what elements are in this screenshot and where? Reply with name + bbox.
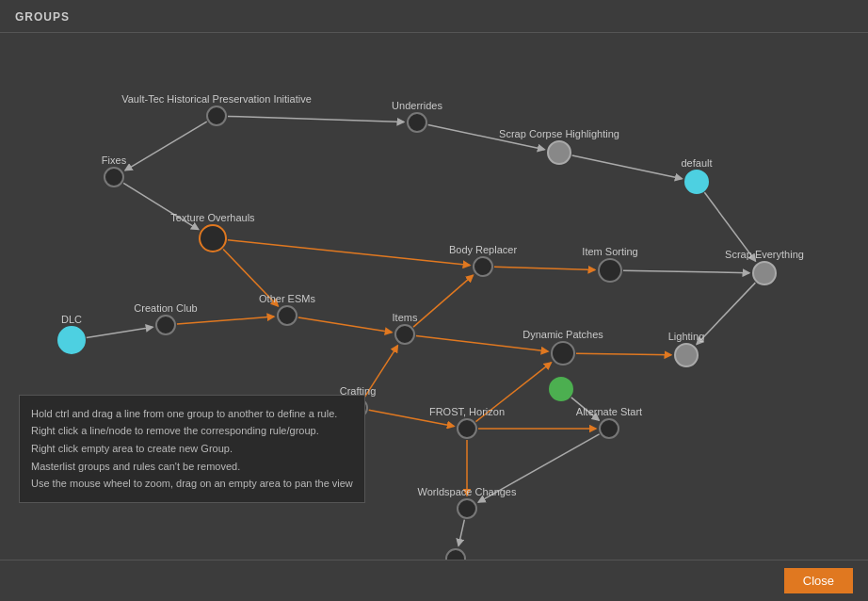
svg-point-33 [104, 168, 123, 187]
svg-point-57 [458, 419, 476, 438]
svg-point-27 [408, 113, 426, 132]
svg-text:Fixes: Fixes [102, 154, 127, 166]
svg-point-60 [600, 419, 619, 438]
svg-text:Alternate Start: Alternate Start [576, 406, 642, 417]
svg-point-45 [156, 316, 175, 334]
svg-text:Vault-Tec Historical Preservat: Vault-Tec Historical Preservation Initia… [121, 93, 312, 105]
graph-area[interactable]: Vault-Tec Historical Preservation Initia… [0, 33, 868, 560]
svg-point-59 [550, 378, 572, 400]
svg-text:Lighting: Lighting [668, 331, 705, 342]
svg-text:Body Replacer: Body Replacer [449, 244, 517, 255]
svg-line-1 [428, 124, 545, 149]
svg-point-49 [395, 325, 414, 344]
svg-text:Underrides: Underrides [392, 100, 442, 111]
svg-text:default: default [681, 157, 712, 169]
svg-text:Scrap Everything: Scrap Everything [725, 249, 804, 260]
svg-point-29 [548, 141, 571, 164]
svg-line-18 [475, 363, 551, 422]
svg-point-41 [753, 262, 776, 284]
svg-point-39 [599, 259, 621, 282]
info-line-5: Use the mouse wheel to zoom, drag on an … [31, 475, 353, 493]
info-box: Hold ctrl and drag a line from one group… [19, 395, 365, 503]
svg-line-10 [87, 327, 153, 337]
svg-line-7 [494, 267, 595, 269]
svg-text:Creation Club: Creation Club [134, 302, 197, 314]
svg-text:Dynamic Patches: Dynamic Patches [522, 329, 603, 340]
svg-text:Texture Overhauls: Texture Overhauls [170, 212, 255, 223]
svg-point-25 [207, 106, 226, 125]
info-line-3: Right click empty area to create new Gro… [31, 440, 353, 458]
svg-line-11 [177, 317, 274, 324]
svg-line-4 [125, 122, 207, 171]
info-line-2: Right click a line/node to remove the co… [31, 422, 353, 440]
svg-text:DLC: DLC [61, 314, 82, 325]
svg-point-51 [552, 342, 574, 365]
svg-line-23 [369, 410, 454, 426]
svg-point-53 [675, 344, 698, 366]
footer: Close [0, 560, 868, 601]
main-container: GROUPS Vault-Tec Historical Preservation… [0, 0, 868, 601]
info-line-4: Masterlist groups and rules can't be rem… [31, 458, 353, 476]
svg-line-24 [571, 398, 599, 420]
svg-line-16 [697, 283, 755, 344]
svg-point-64 [446, 549, 465, 560]
svg-line-2 [572, 155, 683, 179]
svg-text:Item Sorting: Item Sorting [582, 246, 637, 257]
svg-text:Scrap Corpse Highlighting: Scrap Corpse Highlighting [499, 128, 619, 139]
svg-line-12 [298, 317, 392, 333]
svg-point-62 [458, 499, 476, 518]
svg-line-15 [576, 353, 671, 355]
svg-line-13 [416, 335, 548, 351]
svg-point-37 [474, 257, 492, 276]
svg-line-8 [623, 270, 749, 272]
svg-line-0 [228, 116, 404, 122]
svg-line-14 [413, 275, 473, 327]
svg-line-20 [478, 434, 599, 502]
page-title: GROUPS [15, 10, 70, 24]
svg-text:Items: Items [393, 312, 418, 323]
header: GROUPS [0, 0, 868, 33]
svg-line-17 [363, 346, 397, 398]
svg-point-47 [278, 306, 297, 325]
svg-line-9 [704, 192, 755, 261]
svg-point-35 [200, 225, 226, 252]
svg-line-3 [123, 183, 198, 229]
svg-point-31 [685, 171, 708, 193]
info-line-1: Hold ctrl and drag a line from one group… [31, 405, 353, 423]
svg-point-43 [58, 327, 85, 353]
svg-line-5 [228, 240, 470, 266]
svg-line-6 [223, 250, 278, 306]
svg-line-22 [458, 520, 464, 546]
close-button[interactable]: Close [784, 568, 853, 593]
